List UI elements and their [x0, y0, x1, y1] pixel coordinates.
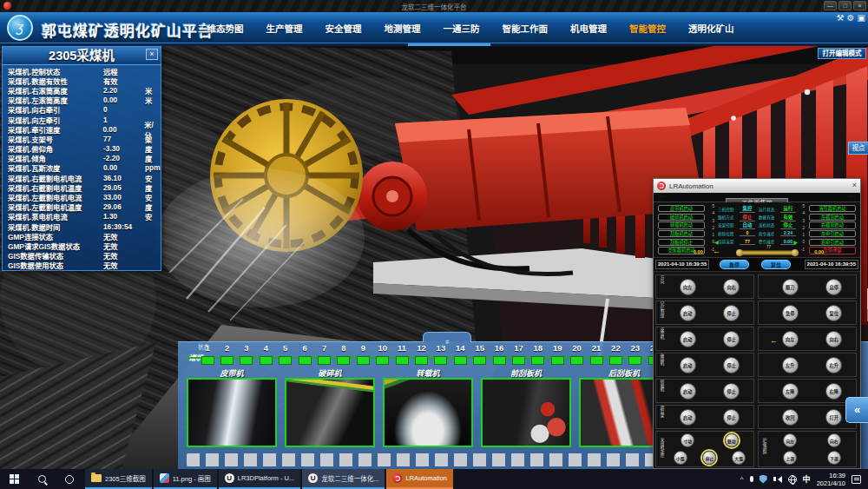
taskbar-app[interactable]: 11.png - 画图 [154, 469, 217, 489]
nav-menu-item[interactable]: 智能工作面 [503, 22, 549, 35]
support-indicator[interactable]: 8 [334, 343, 353, 368]
nav-menu-item[interactable]: 三维态势图 [198, 22, 244, 35]
control-button[interactable]: 启动 [680, 383, 696, 400]
machine-start-button[interactable]: 刮板机启动 [658, 230, 705, 237]
nav-menu-item[interactable]: 透明化矿山 [688, 22, 734, 35]
tray-expand-icon[interactable]: ^ [740, 475, 744, 483]
machine-start-button[interactable]: 转载机启动 [658, 221, 705, 228]
clock[interactable]: 16:39 2021/4/10 [817, 472, 845, 487]
control-button[interactable]: 停止 [723, 331, 740, 347]
window-titlebar[interactable]: 龙软二三维一体化平台 — □ × [0, 0, 868, 12]
camera-filmstrip[interactable] [187, 453, 655, 466]
support-indicator[interactable]: 10 [373, 343, 392, 368]
tools-icon[interactable]: ⚒ [837, 13, 845, 23]
start-button[interactable] [0, 469, 28, 489]
taskbar-app[interactable]: 2305三维截图 [85, 469, 152, 489]
control-button[interactable]: 右升 [825, 357, 842, 373]
control-button[interactable]: 收回 [782, 409, 799, 426]
support-indicator[interactable]: 23 [626, 343, 645, 368]
control-button[interactable]: 上调 [783, 451, 797, 465]
camera-thumbnail[interactable] [383, 378, 473, 447]
machine-start-button[interactable]: 皮带机启动 [658, 205, 705, 212]
viewpoint-tab[interactable]: 视点 [848, 142, 868, 155]
close-icon[interactable]: × [146, 49, 158, 60]
control-button[interactable]: 向右 [723, 279, 740, 295]
support-indicator[interactable]: 18 [529, 343, 548, 368]
support-indicator[interactable]: 4 [256, 343, 275, 368]
machine-start-button[interactable]: 左截割启动 [809, 214, 856, 221]
control-button[interactable]: 启动 [680, 357, 696, 373]
control-button[interactable]: 向左 [782, 331, 799, 347]
notification-center-icon[interactable] [852, 475, 861, 484]
camera-thumbnail[interactable] [285, 378, 375, 447]
security-shield-icon[interactable] [760, 475, 767, 484]
close-icon[interactable]: × [852, 181, 857, 189]
open-edit-mode-button[interactable]: 打开编辑模式 [818, 48, 866, 59]
support-indicator[interactable]: 11 [392, 343, 411, 368]
close-button[interactable]: × [853, 1, 866, 10]
support-indicator[interactable]: 14 [450, 343, 470, 368]
slider-capsule[interactable] [739, 250, 796, 255]
nav-menu-item[interactable]: 生产管理 [266, 22, 303, 35]
support-indicator[interactable]: 19 [548, 343, 567, 368]
machine-start-button[interactable]: 右牵引启动 [809, 239, 856, 246]
support-indicator[interactable]: 13 [431, 343, 450, 368]
nav-menu-item[interactable]: 机电管理 [570, 22, 607, 35]
microphone-icon[interactable] [750, 476, 753, 482]
support-indicator[interactable]: 12 [411, 343, 431, 368]
control-button[interactable]: 向左 [783, 433, 797, 447]
speaker-icon[interactable] [773, 476, 782, 483]
nav-menu-item[interactable]: 智能管控 [629, 22, 666, 35]
collapse-left-button[interactable]: « [845, 397, 868, 423]
cortana-button[interactable] [56, 469, 83, 489]
control-button[interactable]: 联动 [725, 433, 739, 447]
control-button[interactable]: 总停 [825, 279, 842, 295]
emergency-stop-button[interactable]: 急停 [720, 260, 749, 269]
control-button[interactable]: 小弧 [674, 451, 687, 465]
machine-start-button[interactable]: 左牵引启动 [809, 230, 856, 237]
control-button[interactable]: 顺刀 [782, 279, 799, 295]
taskbar-app[interactable]: LRAutomation [386, 469, 453, 489]
maximize-button[interactable]: □ [838, 1, 852, 10]
lrautomation-titlebar[interactable]: LRAutomation × [654, 179, 860, 193]
machine-start-button[interactable]: 右截割启动 [809, 221, 856, 228]
machine-start-button[interactable]: 液压跟机启动 [809, 205, 856, 212]
control-button[interactable]: 停止 [723, 409, 740, 426]
ime-indicator[interactable]: 中 [803, 473, 811, 485]
control-button[interactable]: 停止 [723, 305, 740, 321]
shearer-panel-header[interactable]: 2305采煤机 × [3, 47, 161, 65]
search-button[interactable] [28, 469, 56, 489]
support-indicator[interactable]: 2 [217, 343, 236, 368]
control-button[interactable]: 启动 [680, 331, 696, 347]
control-button[interactable]: 向右 [825, 331, 842, 347]
support-indicator[interactable]: 3 [237, 343, 256, 368]
control-button[interactable]: 停止 [702, 451, 716, 465]
control-button[interactable]: 复位 [825, 305, 842, 321]
machine-start-button[interactable]: 破碎机启动 [658, 214, 705, 221]
support-indicator[interactable]: 20 [567, 343, 586, 368]
control-button[interactable]: 大弧 [732, 451, 746, 465]
minimize-button[interactable]: — [824, 1, 837, 10]
control-button[interactable]: 启动 [680, 305, 696, 321]
gear-icon[interactable]: ⚙ [847, 13, 855, 23]
control-button[interactable]: 左降 [782, 383, 799, 400]
nav-menu-item[interactable]: 安全管理 [326, 22, 362, 35]
support-indicator[interactable]: 21 [587, 343, 606, 368]
control-button[interactable]: 打开 [825, 409, 842, 426]
control-button[interactable]: 右降 [825, 383, 842, 400]
control-button[interactable]: 下调 [827, 451, 841, 465]
control-button[interactable]: 停止 [723, 357, 740, 373]
control-button[interactable]: 急停 [782, 305, 799, 321]
nav-menu-item[interactable]: 一通三防 [444, 22, 480, 35]
control-button[interactable]: 停止 [723, 383, 740, 400]
support-indicator[interactable]: 15 [470, 343, 489, 368]
control-button[interactable]: 启动 [680, 409, 696, 426]
restore-window-icon[interactable]: ▣ [858, 13, 865, 23]
support-indicator[interactable]: 7 [314, 343, 333, 368]
control-button[interactable]: 左升 [782, 357, 799, 373]
network-globe-icon[interactable] [788, 475, 797, 484]
taskbar-app[interactable]: LR3DPlatform - U... [219, 469, 300, 489]
support-indicator[interactable]: 6 [295, 343, 314, 368]
support-indicator[interactable]: 1 [198, 343, 217, 368]
support-indicator[interactable]: 22 [606, 343, 625, 368]
